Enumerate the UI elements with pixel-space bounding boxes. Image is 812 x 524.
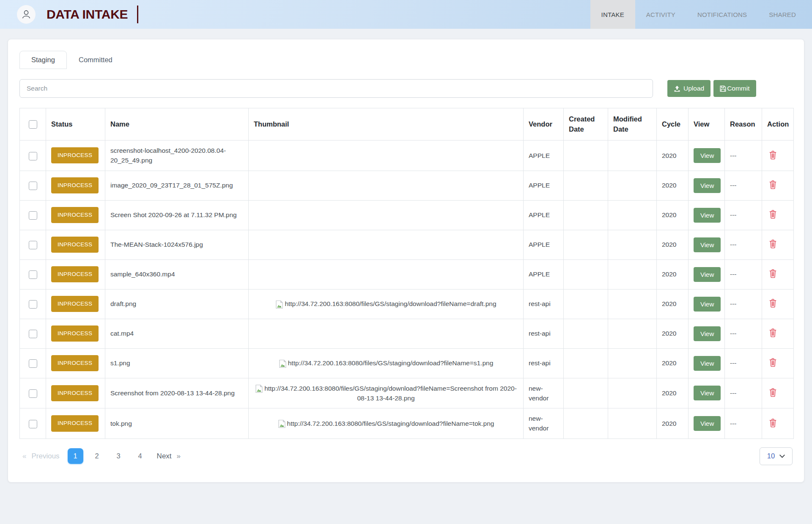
app-header: DATA INTAKE INTAKE ACTIVITY NOTIFICATION… <box>0 0 812 29</box>
row-checkbox[interactable] <box>29 211 37 220</box>
table-row: INPROCESS cat.mp4 rest-api 2020 View --- <box>20 319 794 348</box>
view-button[interactable]: View <box>694 297 721 312</box>
cycle: 2020 <box>657 259 689 289</box>
file-name: tok.png <box>105 408 249 439</box>
nav-item-notifications[interactable]: NOTIFICATIONS <box>686 0 758 29</box>
search-input[interactable] <box>19 79 653 98</box>
row-checkbox[interactable] <box>29 152 37 160</box>
view-button[interactable]: View <box>694 416 721 431</box>
file-name: sample_640x360.mp4 <box>105 259 249 289</box>
view-button[interactable]: View <box>694 356 721 371</box>
checkbox-cell <box>20 348 46 378</box>
top-nav: INTAKE ACTIVITY NOTIFICATIONS SHARED <box>590 0 807 29</box>
delete-button[interactable] <box>767 327 779 339</box>
commit-button[interactable]: Commit <box>713 80 756 97</box>
file-name: s1.png <box>105 348 249 378</box>
modified-date-cell <box>608 348 657 378</box>
table-footer: « Previous 1234 Next » 10 <box>19 447 793 465</box>
view-button[interactable]: View <box>694 237 721 252</box>
reason: --- <box>725 171 762 200</box>
delete-button[interactable] <box>767 179 779 191</box>
row-checkbox[interactable] <box>29 182 37 190</box>
view-button[interactable]: View <box>694 178 721 193</box>
action-cell <box>762 408 794 439</box>
row-checkbox[interactable] <box>29 389 37 398</box>
table-row: INPROCESS tok.png http://34.72.200.163:8… <box>20 408 794 439</box>
delete-button[interactable] <box>767 268 779 280</box>
status-badge: INPROCESS <box>51 147 99 163</box>
last-page-button[interactable]: » <box>177 452 181 461</box>
trash-icon <box>769 419 777 427</box>
status-badge: INPROCESS <box>51 355 99 371</box>
thumbnail-alt-text: http://34.72.200.163:8080/files/GS/stagi… <box>287 420 494 427</box>
thumbnail-cell <box>249 141 524 171</box>
vendor: APPLE <box>524 230 564 259</box>
table-row: INPROCESS The-MEAN-Stack-1024x576.jpg AP… <box>20 230 794 259</box>
view-button[interactable]: View <box>694 267 721 282</box>
thumbnail-cell: http://34.72.200.163:8080/files/GS/stagi… <box>249 348 524 378</box>
vendor: new-vendor <box>524 378 564 408</box>
page-size-select[interactable]: 10 <box>760 447 793 465</box>
row-checkbox[interactable] <box>29 359 37 368</box>
title-separator <box>137 6 138 23</box>
cycle: 2020 <box>657 348 689 378</box>
previous-page-button[interactable]: Previous <box>31 452 59 461</box>
delete-button[interactable] <box>767 386 779 399</box>
view-button[interactable]: View <box>694 148 721 163</box>
page-button-4[interactable]: 4 <box>132 448 148 464</box>
thumbnail-cell: http://34.72.200.163:8080/files/GS/stagi… <box>249 289 524 319</box>
nav-item-shared[interactable]: SHARED <box>758 0 807 29</box>
view-cell: View <box>689 378 725 408</box>
table-row: INPROCESS screenshot-localhost_4200-2020… <box>20 141 794 171</box>
upload-button[interactable]: Upload <box>667 80 710 97</box>
modified-date-cell <box>608 200 657 230</box>
first-page-button[interactable]: « <box>22 452 26 461</box>
nav-item-intake[interactable]: INTAKE <box>590 0 635 29</box>
cycle: 2020 <box>657 200 689 230</box>
status-badge: INPROCESS <box>51 177 99 193</box>
view-button[interactable]: View <box>694 326 721 341</box>
action-cell <box>762 348 794 378</box>
content-card: Staging Committed Upload <box>8 39 804 483</box>
status-cell: INPROCESS <box>46 200 105 230</box>
vendor: rest-api <box>524 319 564 348</box>
next-page-button[interactable]: Next <box>157 452 172 461</box>
toolbar: Upload Commit <box>667 80 756 97</box>
trash-icon <box>769 151 777 160</box>
column-header-vendor: Vendor <box>524 108 564 141</box>
vendor: APPLE <box>524 141 564 171</box>
select-all-checkbox[interactable] <box>29 120 37 129</box>
view-cell: View <box>689 289 725 319</box>
view-button[interactable]: View <box>694 208 721 223</box>
pagination: « Previous 1234 Next » <box>19 448 184 464</box>
page-button-1[interactable]: 1 <box>68 448 83 464</box>
delete-button[interactable] <box>767 417 779 429</box>
reason: --- <box>725 289 762 319</box>
view-tabs: Staging Committed <box>19 51 793 69</box>
chevron-down-icon <box>779 455 785 458</box>
status-cell: INPROCESS <box>46 230 105 259</box>
page-button-3[interactable]: 3 <box>111 448 126 464</box>
checkbox-cell <box>20 289 46 319</box>
delete-button[interactable] <box>767 238 779 250</box>
delete-button[interactable] <box>767 149 779 161</box>
view-button[interactable]: View <box>694 386 721 400</box>
column-header-reason: Reason <box>725 108 762 141</box>
row-checkbox[interactable] <box>29 420 37 428</box>
table-row: INPROCESS draft.png http://34.72.200.163… <box>20 289 794 319</box>
tab-staging[interactable]: Staging <box>19 51 67 69</box>
vendor: APPLE <box>524 259 564 289</box>
row-checkbox[interactable] <box>29 330 37 338</box>
row-checkbox[interactable] <box>29 241 37 249</box>
tab-committed[interactable]: Committed <box>67 51 124 69</box>
vendor: APPLE <box>524 171 564 200</box>
broken-image: http://34.72.200.163:8080/files/GS/stagi… <box>279 359 494 367</box>
nav-item-activity[interactable]: ACTIVITY <box>635 0 686 29</box>
row-checkbox[interactable] <box>29 300 37 309</box>
delete-button[interactable] <box>767 356 779 369</box>
delete-button[interactable] <box>767 297 779 309</box>
page-button-2[interactable]: 2 <box>89 448 105 464</box>
row-checkbox[interactable] <box>29 270 37 279</box>
delete-button[interactable] <box>767 208 779 221</box>
action-cell <box>762 171 794 200</box>
